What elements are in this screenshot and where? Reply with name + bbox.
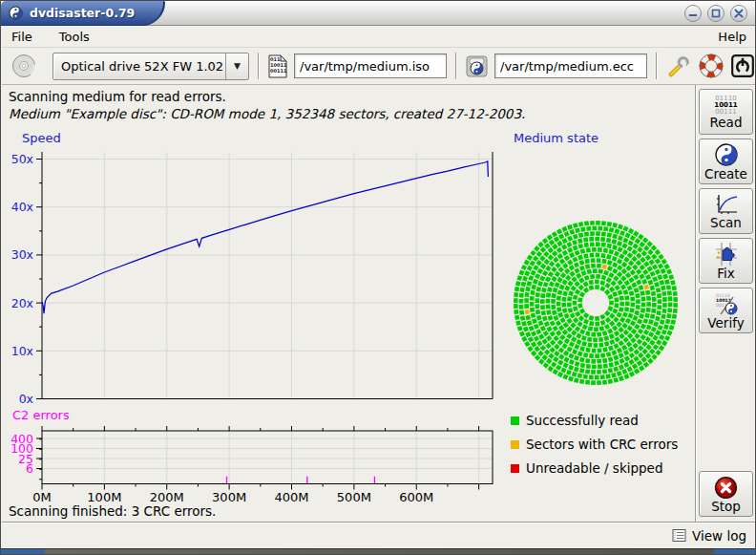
stop-icon — [714, 476, 738, 500]
toolbar-separator — [455, 53, 457, 79]
legend-swatch-crc — [511, 440, 519, 449]
legend-item-crc: Sectors with CRC errors — [511, 437, 678, 452]
app-yinyang-icon — [9, 6, 23, 20]
svg-text:0x: 0x — [19, 392, 33, 406]
status-line-2: Medium "Example disc": CD-ROM mode 1, 35… — [9, 106, 525, 121]
yinyang-icon — [714, 142, 739, 167]
menu-help[interactable]: Help — [718, 30, 746, 44]
preferences-wrench-button[interactable] — [666, 53, 693, 79]
legend-item-good: Successfully read — [511, 413, 678, 428]
speed-chart-title: Speed — [22, 131, 61, 145]
svg-text:20x: 20x — [11, 296, 33, 310]
puzzle-piece-icon — [714, 242, 739, 267]
create-button[interactable]: Create — [699, 139, 753, 184]
drive-select-value: Optical drive 52X FW 1.02 — [53, 59, 225, 74]
ecc-path-input[interactable] — [494, 53, 647, 78]
verify-icon: 011101001100111 — [714, 291, 739, 316]
medium-state-disc — [506, 213, 687, 395]
iso-file-icon: 0111001100111 — [268, 54, 287, 78]
statusbar: View log — [2, 522, 756, 548]
drive-select[interactable]: Optical drive 52X FW 1.02 ▼ — [52, 53, 249, 80]
action-button-column: 011101001100111 Read Create Scan Fix 011… — [695, 85, 756, 522]
read-button[interactable]: 011101001100111 Read — [699, 89, 753, 135]
svg-text:200M: 200M — [150, 490, 184, 504]
maximize-button[interactable] — [707, 5, 724, 22]
legend-item-unreadable: Unreadable / skipped — [511, 460, 678, 476]
scan-view: Scanning medium for read errors. Medium … — [2, 85, 695, 522]
svg-text:0M: 0M — [32, 490, 52, 504]
svg-text:10x: 10x — [11, 344, 33, 358]
menu-file[interactable]: File — [11, 30, 32, 44]
menubar: File Tools Help — [2, 27, 756, 47]
verify-button[interactable]: 011101001100111 Verify — [699, 288, 753, 333]
combo-dropdown-arrow-icon[interactable]: ▼ — [225, 53, 248, 79]
medium-state-legend: Successfully read Sectors with CRC error… — [511, 413, 678, 476]
status-line-1: Scanning medium for read errors. — [9, 89, 226, 104]
help-lifebuoy-button[interactable] — [698, 53, 724, 79]
stop-button[interactable]: Stop — [699, 471, 753, 517]
quit-power-button[interactable] — [729, 53, 756, 79]
svg-text:40x: 40x — [11, 200, 33, 214]
svg-text:600M: 600M — [399, 490, 433, 504]
svg-text:300M: 300M — [212, 490, 246, 504]
menu-tools[interactable]: Tools — [59, 30, 90, 44]
medium-state-title: Medium state — [514, 131, 598, 145]
svg-text:400: 400 — [10, 432, 33, 446]
fix-button[interactable]: Fix — [699, 238, 753, 284]
window-bottom-edge — [1, 548, 756, 555]
svg-text:30x: 30x — [11, 247, 33, 262]
toolbar: Optical drive 52X FW 1.02 ▼ 011100110011… — [2, 47, 756, 85]
minimize-button[interactable] — [684, 5, 702, 22]
svg-text:100M: 100M — [87, 490, 121, 504]
ecc-file-icon — [466, 55, 488, 77]
scan-result-status: Scanning finished: 3 CRC errors. — [9, 503, 216, 519]
toolbar-separator — [258, 53, 260, 79]
legend-swatch-good — [511, 416, 519, 425]
window-title: dvdisaster-0.79 — [30, 6, 135, 20]
iso-path-input[interactable] — [294, 53, 447, 78]
scan-button[interactable]: Scan — [699, 188, 753, 234]
svg-text:50x: 50x — [11, 152, 33, 166]
svg-text:400M: 400M — [274, 490, 308, 504]
view-log-icon — [672, 528, 686, 543]
binary-digits-icon: 011101001100111 — [714, 96, 737, 116]
app-window: dvdisaster-0.79 File Tools Help Optical … — [0, 0, 756, 555]
close-button[interactable] — [730, 5, 747, 22]
scan-curve-icon — [714, 193, 739, 216]
optical-drive-icon — [11, 53, 36, 78]
titlebar-tab: dvdisaster-0.79 — [1, 1, 165, 26]
svg-text:500M: 500M — [337, 490, 371, 504]
toolbar-separator — [656, 53, 658, 79]
svg-text:00111: 00111 — [270, 68, 287, 74]
view-log-button[interactable]: View log — [692, 528, 746, 544]
titlebar[interactable]: dvdisaster-0.79 — [1, 1, 755, 26]
legend-swatch-unreadable — [511, 464, 519, 473]
